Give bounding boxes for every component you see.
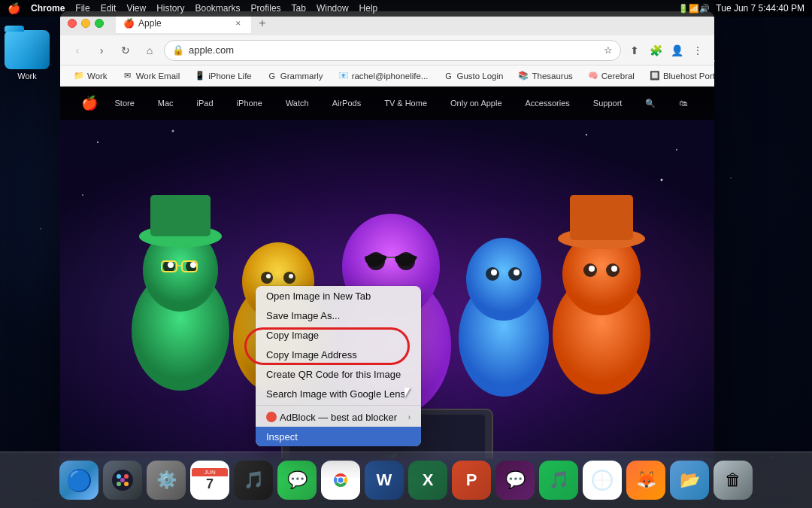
bookmark-bluehost[interactable]: 🔲 Bluehost Portal: [644, 69, 714, 83]
svg-point-54: [120, 478, 125, 482]
dock-item-word[interactable]: W: [365, 461, 404, 500]
extensions-icon[interactable]: 🧩: [647, 41, 665, 59]
menubar-window[interactable]: Window: [317, 3, 349, 14]
bookmark-work[interactable]: 📁 Work: [68, 69, 114, 83]
bookmark-rachel[interactable]: 📧 rachel@iphonelife...: [332, 69, 435, 83]
menubar-bookmarks[interactable]: Bookmarks: [195, 3, 241, 14]
apple-nav-search[interactable]: 🔍: [639, 96, 662, 111]
work-folder[interactable]: Work: [5, 30, 50, 81]
context-menu-item-copy-image[interactable]: Copy Image: [256, 325, 421, 345]
bookmark-work-email[interactable]: ✉ Work Email: [117, 69, 186, 83]
dock-item-excel[interactable]: X: [408, 461, 447, 500]
safari-icon: [591, 469, 614, 491]
adblock-arrow-icon: ›: [408, 413, 411, 421]
more-options-icon[interactable]: ⋮: [689, 41, 707, 59]
tab-close-button[interactable]: ✕: [233, 18, 244, 29]
svg-rect-17: [150, 195, 211, 236]
menubar-icons: 🔋📶🔊: [678, 4, 710, 14]
close-button[interactable]: [68, 19, 77, 28]
menubar-edit[interactable]: Edit: [101, 3, 117, 14]
toolbar: ‹ › ↻ ⌂ 🔒 apple.com ☆ ⬆ 🧩 👤 ⋮: [60, 35, 714, 65]
folder-label: Work: [17, 71, 36, 81]
svg-point-53: [124, 482, 129, 486]
svg-point-4: [676, 149, 677, 151]
new-tab-button[interactable]: +: [254, 15, 271, 32]
bookmark-iphone-life[interactable]: 📱 iPhone Life: [189, 69, 258, 83]
bookmark-star-icon[interactable]: ☆: [604, 44, 613, 56]
dock-item-music[interactable]: 🎵: [234, 461, 273, 500]
profile-icon[interactable]: 👤: [668, 41, 686, 59]
maximize-button[interactable]: [95, 19, 104, 28]
home-button[interactable]: ⌂: [140, 41, 159, 60]
context-menu-item-create-qr[interactable]: Create QR Code for this Image: [256, 364, 421, 384]
apple-nav-store[interactable]: Store: [109, 96, 141, 111]
back-button[interactable]: ‹: [68, 41, 87, 60]
dock-item-spotify[interactable]: 🎵: [539, 461, 578, 500]
dock-item-trash[interactable]: 🗑: [714, 461, 753, 500]
menubar: 🍎 Chrome File Edit View History Bookmark…: [0, 0, 812, 17]
menubar-left: 🍎 Chrome File Edit View History Bookmark…: [8, 2, 678, 14]
apple-nav-ipad[interactable]: iPad: [191, 96, 220, 111]
dock-item-files[interactable]: 📂: [670, 461, 709, 500]
bookmark-thesaurus[interactable]: 📚 Thesaurus: [512, 69, 578, 83]
apple-nav-bag[interactable]: 🛍: [673, 96, 693, 111]
menubar-app-name[interactable]: Chrome: [31, 3, 65, 14]
dock-item-finder[interactable]: 🔵: [59, 461, 98, 500]
dock-item-powerpoint[interactable]: P: [452, 461, 491, 500]
dock-item-safari[interactable]: [583, 461, 622, 500]
context-menu-item-search-lens[interactable]: Search Image with Google Lens: [256, 384, 421, 403]
menubar-tab[interactable]: Tab: [292, 3, 306, 14]
menubar-profiles[interactable]: Profiles: [251, 3, 281, 14]
apple-nav-logo: 🍎: [81, 95, 98, 111]
dock-item-calendar[interactable]: JUN 7: [190, 461, 229, 500]
menubar-view[interactable]: View: [126, 3, 146, 14]
menubar-help[interactable]: Help: [359, 3, 378, 14]
svg-point-50: [117, 474, 121, 479]
context-menu-item-inspect[interactable]: Inspect: [256, 427, 421, 446]
minimize-button[interactable]: [81, 19, 90, 28]
lock-icon: 🔒: [172, 44, 184, 56]
folder-icon: [5, 30, 50, 69]
dock-item-messages[interactable]: 💬: [277, 461, 317, 500]
dock-item-firefox[interactable]: 🦊: [626, 461, 665, 500]
context-menu-item-adblock[interactable]: AdBlock — best ad blocker ›: [256, 407, 421, 427]
context-menu-separator: [256, 405, 421, 406]
bookmark-gusto[interactable]: G Gusto Login: [437, 69, 509, 83]
svg-point-57: [338, 478, 344, 483]
apple-nav-support[interactable]: Support: [587, 96, 629, 111]
bookmark-grammarly-icon: G: [267, 71, 277, 81]
context-menu-item-save-image[interactable]: Save Image As...: [256, 306, 421, 325]
dock: 🔵 ⚙️ JUN 7 🎵 💬: [0, 452, 812, 508]
menubar-file[interactable]: File: [75, 3, 89, 14]
bookmark-cerebral[interactable]: 🧠 Cerebral: [582, 69, 641, 83]
apple-nav-tv[interactable]: TV & Home: [378, 96, 433, 111]
apple-nav-watch[interactable]: Watch: [280, 96, 315, 111]
dock-item-launchpad[interactable]: [103, 461, 142, 500]
refresh-button[interactable]: ↻: [116, 41, 135, 60]
bookmark-bluehost-icon: 🔲: [650, 71, 660, 81]
apple-nav-mac[interactable]: Mac: [152, 96, 180, 111]
context-menu-item-open-new-tab[interactable]: Open Image in New Tab: [256, 286, 421, 306]
bookmark-grammarly[interactable]: G Grammarly: [261, 69, 329, 83]
apple-nav-accessories[interactable]: Accessories: [520, 96, 576, 111]
share-icon[interactable]: ⬆: [626, 41, 644, 59]
dock-item-slack[interactable]: 💬: [495, 461, 535, 500]
bookmark-rachel-icon: 📧: [338, 71, 349, 81]
forward-button[interactable]: ›: [92, 41, 111, 60]
launchpad-icon: [111, 469, 134, 491]
apple-menu[interactable]: 🍎: [8, 2, 20, 14]
url-display: apple.com: [189, 44, 599, 56]
apple-nav-only[interactable]: Only on Apple: [444, 96, 508, 111]
dock-item-settings[interactable]: ⚙️: [147, 461, 186, 500]
bookmark-thesaurus-icon: 📚: [518, 71, 529, 81]
bookmark-iphone-icon: 📱: [195, 71, 205, 81]
svg-point-6: [661, 179, 663, 181]
apple-nav-airpods[interactable]: AirPods: [326, 96, 368, 111]
menubar-history[interactable]: History: [156, 3, 184, 14]
menubar-time: Tue Jun 7 5:44:40 PM: [716, 3, 804, 14]
address-bar[interactable]: 🔒 apple.com ☆: [164, 40, 621, 61]
svg-point-12: [190, 262, 196, 268]
context-menu-item-copy-address[interactable]: Copy Image Address: [256, 345, 421, 364]
dock-item-chrome[interactable]: [321, 461, 360, 500]
apple-nav-iphone[interactable]: iPhone: [231, 96, 268, 111]
